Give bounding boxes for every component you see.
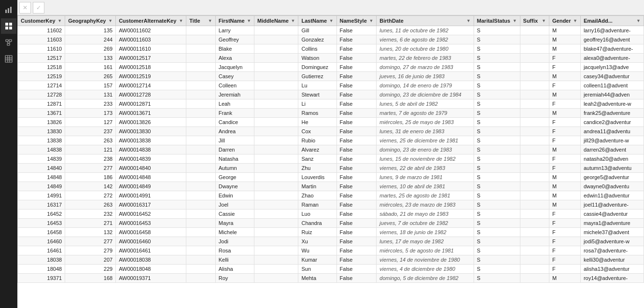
- cell-lastname: Gutierrez: [298, 72, 336, 81]
- col-geography-key[interactable]: GeographyKey▼: [65, 16, 116, 26]
- cell-geographykey: 279: [65, 246, 116, 255]
- table-row[interactable]: 12518161AW00012518JacquelynDominguezFals…: [18, 63, 644, 72]
- cell-suffix: [520, 182, 549, 191]
- table-row[interactable]: 14840277AW00014840AutumnZhuFalseviernes,…: [18, 164, 644, 173]
- table-row[interactable]: 18048229AW00018048AlishaSunFalseviernes,…: [18, 265, 644, 274]
- table-row[interactable]: 11610269AW00011610BlakeCollinsFalselunes…: [18, 44, 644, 54]
- cell-birthdate: lunes, 31 de enero de 1983: [377, 127, 474, 136]
- table-row[interactable]: 11603244AW00011603GeoffreyGonzalezFalsev…: [18, 35, 644, 44]
- cell-firstname: Blake: [215, 44, 254, 54]
- table-row[interactable]: 13671173AW00013671FrankRamosFalsemartes,…: [18, 109, 644, 118]
- cell-title: [186, 182, 215, 191]
- table-view-icon[interactable]: [1, 18, 16, 34]
- table-row[interactable]: 14838121AW00014838DarrenAlvarezFalsedomi…: [18, 145, 644, 154]
- table-row[interactable]: 18038207AW00018038KelliKumarFalseviernes…: [18, 255, 644, 265]
- col-firstname[interactable]: FirstName▼: [215, 16, 254, 26]
- cell-emailaddress: jeremiah44@adven: [580, 90, 644, 99]
- cell-geographykey: 142: [65, 182, 116, 191]
- cell-middlename: [254, 173, 298, 182]
- table-row[interactable]: 12871233AW00012871LeahLiFalselunes, 5 de…: [18, 99, 644, 109]
- col-namestyle[interactable]: NameStyle▼: [336, 16, 377, 26]
- close-button[interactable]: ✕: [19, 2, 31, 14]
- table-row[interactable]: 16317263AW00016317JoelRamanFalsemiércole…: [18, 200, 644, 210]
- bar-chart-icon[interactable]: [1, 2, 16, 17]
- table-row[interactable]: 11602135AW00011602LarryGillFalselunes, 1…: [18, 26, 644, 35]
- cell-suffix: [520, 26, 549, 35]
- data-table: CustomerKey▼ GeographyKey▼ CustomerAlter…: [17, 15, 644, 283]
- grid-small-icon[interactable]: [1, 51, 16, 67]
- toolbar: ✕ ✓: [17, 0, 644, 15]
- table-row[interactable]: 13826127AW00013826CandiceHeFalsemiércole…: [18, 118, 644, 127]
- data-table-container[interactable]: CustomerKey▼ GeographyKey▼ CustomerAlter…: [17, 15, 644, 308]
- col-email[interactable]: EmailAdd...▼: [580, 16, 644, 26]
- cell-geographykey: 265: [65, 72, 116, 81]
- cell-customerkey: 18038: [18, 255, 65, 265]
- table-row[interactable]: 16453271AW00016453MayraChandraFalsejueve…: [18, 219, 644, 228]
- table-row[interactable]: 14991272AW00014991EdwinZhaoFalsemartes, …: [18, 191, 644, 200]
- col-title[interactable]: Title▼: [186, 16, 215, 26]
- col-gender[interactable]: Gender▼: [549, 16, 580, 26]
- cell-gender: F: [549, 136, 580, 145]
- table-row[interactable]: 12728131AW00012728JeremiahStewartFalsedo…: [18, 90, 644, 99]
- table-row[interactable]: 13838263AW00013838JillRubioFalseviernes,…: [18, 136, 644, 145]
- cell-title: [186, 54, 215, 63]
- cell-customerkey: 11610: [18, 44, 65, 54]
- cell-firstname: Roy: [215, 274, 254, 283]
- col-lastname[interactable]: LastName▼: [298, 16, 336, 26]
- table-row[interactable]: 16458132AW00016458MicheleRuizFalsevierne…: [18, 228, 644, 237]
- cell-birthdate: domingo, 14 de enero de 1979: [377, 81, 474, 90]
- svg-rect-7: [6, 40, 8, 42]
- cell-geographykey: 271: [65, 219, 116, 228]
- cell-customerkey: 16452: [18, 210, 65, 219]
- cell-customerkey: 13671: [18, 109, 65, 118]
- cell-birthdate: miércoles, 5 de agosto de 1981: [377, 246, 474, 255]
- cell-customerkey: 16458: [18, 228, 65, 237]
- cell-emailaddress: roy14@adventure-: [580, 274, 644, 283]
- cell-customerkey: 16317: [18, 200, 65, 210]
- cell-namestyle: False: [336, 26, 377, 35]
- table-row[interactable]: 16460277AW00016460JodiXuFalselunes, 17 d…: [18, 237, 644, 246]
- table-row[interactable]: 12714157AW00012714ColleenLuFalsedomingo,…: [18, 81, 644, 90]
- confirm-button[interactable]: ✓: [33, 2, 44, 14]
- cell-customeralternatekey: AW00014849: [116, 182, 186, 191]
- col-customer-alt-key[interactable]: CustomerAlternateKey▼: [116, 16, 186, 26]
- cell-emailaddress: larry16@adventure-: [580, 26, 644, 35]
- col-marital-status[interactable]: MaritalStatus▼: [474, 16, 520, 26]
- table-row[interactable]: 16461279AW00016461RosaWuFalsemiércoles, …: [18, 246, 644, 255]
- col-middlename[interactable]: MiddleName▼: [254, 16, 298, 26]
- cell-namestyle: False: [336, 228, 377, 237]
- cell-customeralternatekey: AW00016460: [116, 237, 186, 246]
- cell-gender: F: [549, 246, 580, 255]
- cell-customerkey: 14849: [18, 182, 65, 191]
- col-customer-key[interactable]: CustomerKey▼: [18, 16, 65, 26]
- cell-firstname: Autumn: [215, 164, 254, 173]
- cell-birthdate: domingo, 23 de diciembre de 1984: [377, 90, 474, 99]
- cell-firstname: Jeremiah: [215, 90, 254, 99]
- cell-lastname: Zhu: [298, 164, 336, 173]
- cell-customerkey: 12871: [18, 99, 65, 109]
- cell-namestyle: False: [336, 154, 377, 164]
- cell-birthdate: domingo, 27 de marzo de 1983: [377, 63, 474, 72]
- cell-lastname: Raman: [298, 200, 336, 210]
- cell-birthdate: miércoles, 23 de marzo de 1983: [377, 200, 474, 210]
- table-row[interactable]: 19371168AW00019371RoyMehtaFalsedomingo, …: [18, 274, 644, 283]
- table-row[interactable]: 12519265AW00012519CaseyGutierrezFalsejue…: [18, 72, 644, 81]
- cell-firstname: Andrea: [215, 127, 254, 136]
- table-row[interactable]: 14839238AW00014839NatashaSanzFalselunes,…: [18, 154, 644, 164]
- col-birthdate[interactable]: BirthDate▼: [377, 16, 474, 26]
- table-row[interactable]: 13830237AW00013830AndreaCoxFalselunes, 3…: [18, 127, 644, 136]
- cell-gender: F: [549, 219, 580, 228]
- cell-lastname: Watson: [298, 54, 336, 63]
- schema-icon[interactable]: [1, 35, 16, 50]
- cell-gender: F: [549, 99, 580, 109]
- table-row[interactable]: 14849142AW00014849DwayneMartinFalseviern…: [18, 182, 644, 191]
- col-suffix[interactable]: Suffix▼: [520, 16, 549, 26]
- cell-emailaddress: andrea11@adventu: [580, 127, 644, 136]
- cell-customeralternatekey: AW00013838: [116, 136, 186, 145]
- table-row[interactable]: 16452232AW00016452CassieLuoFalsesábado, …: [18, 210, 644, 219]
- cell-maritalstatus: S: [474, 145, 520, 154]
- cell-customeralternatekey: AW00012517: [116, 54, 186, 63]
- cell-birthdate: viernes, 14 de noviembre de 1980: [377, 255, 474, 265]
- table-row[interactable]: 12517133AW00012517AlexaWatsonFalsemartes…: [18, 54, 644, 63]
- table-row[interactable]: 14848186AW00014848GeorgeLouverdisFalselu…: [18, 173, 644, 182]
